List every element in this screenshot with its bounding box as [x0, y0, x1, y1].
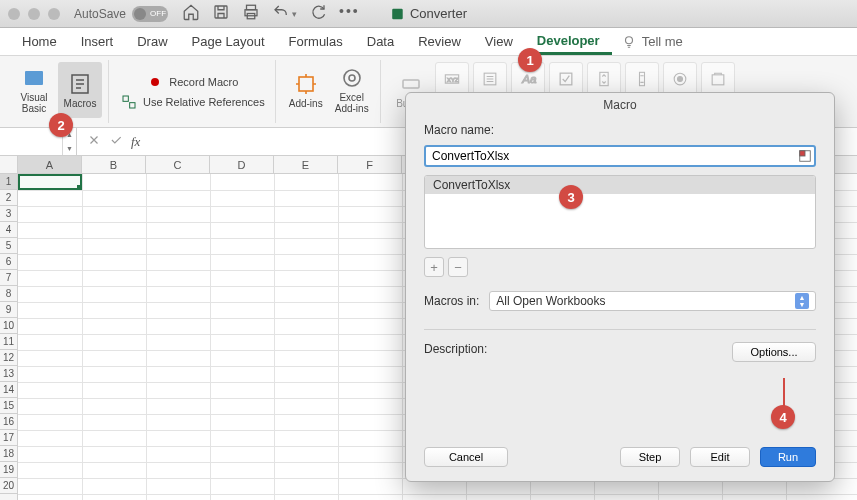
- undo-dropdown-icon[interactable]: ▾: [292, 9, 297, 19]
- radio-control-icon[interactable]: [663, 62, 697, 96]
- cancel-button[interactable]: Cancel: [424, 447, 508, 467]
- excel-addins-label: Excel Add-ins: [330, 92, 374, 114]
- row-header[interactable]: 5: [0, 238, 17, 254]
- col-header-f[interactable]: F: [338, 156, 402, 173]
- col-header-b[interactable]: B: [82, 156, 146, 173]
- row-header[interactable]: 7: [0, 270, 17, 286]
- row-header[interactable]: 13: [0, 366, 17, 382]
- ribbon-tabs: Home Insert Draw Page Layout Formulas Da…: [0, 28, 857, 56]
- svg-rect-0: [215, 6, 227, 18]
- cell-reference-icon[interactable]: [798, 149, 812, 163]
- tab-draw[interactable]: Draw: [125, 30, 179, 53]
- titlebar: AutoSave OFF ▾ ••• Converter: [0, 0, 857, 28]
- addins-button[interactable]: Add-ins: [284, 62, 328, 118]
- window-controls[interactable]: [8, 8, 60, 20]
- select-all-corner[interactable]: [0, 156, 18, 174]
- row-header[interactable]: 4: [0, 222, 17, 238]
- autosave-toggle[interactable]: OFF: [132, 6, 168, 22]
- checkbox-control-icon[interactable]: [549, 62, 583, 96]
- add-macro-button[interactable]: +: [424, 257, 444, 277]
- listbox-control-icon[interactable]: [473, 62, 507, 96]
- svg-rect-19: [560, 73, 572, 85]
- tab-data[interactable]: Data: [355, 30, 406, 53]
- row-header[interactable]: 11: [0, 334, 17, 350]
- svg-point-5: [625, 36, 632, 43]
- tell-me-search[interactable]: Tell me: [622, 34, 683, 49]
- col-header-e[interactable]: E: [274, 156, 338, 173]
- autosave-control[interactable]: AutoSave OFF: [74, 6, 168, 22]
- run-button[interactable]: Run: [760, 447, 816, 467]
- more-icon[interactable]: •••: [339, 3, 360, 25]
- macros-label: Macros: [64, 98, 97, 109]
- col-header-c[interactable]: C: [146, 156, 210, 173]
- callout-4: 4: [771, 405, 795, 429]
- macro-list[interactable]: ConvertToXlsx: [424, 175, 816, 249]
- row-header[interactable]: 1: [0, 174, 17, 190]
- excel-addins-button[interactable]: Excel Add-ins: [330, 62, 374, 118]
- row-header[interactable]: 6: [0, 254, 17, 270]
- macro-name-input[interactable]: [424, 145, 816, 167]
- scrollbar-control-icon[interactable]: [625, 62, 659, 96]
- record-macro-button[interactable]: Record Macro: [143, 72, 242, 92]
- svg-rect-26: [800, 151, 805, 156]
- row-header[interactable]: 16: [0, 414, 17, 430]
- tab-home[interactable]: Home: [10, 30, 69, 53]
- row-header[interactable]: 12: [0, 350, 17, 366]
- row-header[interactable]: 19: [0, 462, 17, 478]
- dialog-title: Macro: [406, 93, 834, 117]
- edit-button[interactable]: Edit: [690, 447, 750, 467]
- groupbox-control-icon[interactable]: [701, 62, 735, 96]
- visual-basic-button[interactable]: Visual Basic: [12, 62, 56, 118]
- tab-page-layout[interactable]: Page Layout: [180, 30, 277, 53]
- options-button[interactable]: Options...: [732, 342, 816, 362]
- spinner-control-icon[interactable]: [587, 62, 621, 96]
- fx-icon[interactable]: fx: [131, 134, 140, 150]
- svg-rect-6: [25, 71, 43, 85]
- row-header[interactable]: 10: [0, 318, 17, 334]
- tab-insert[interactable]: Insert: [69, 30, 126, 53]
- minimize-window-icon[interactable]: [28, 8, 40, 20]
- row-header[interactable]: 2: [0, 190, 17, 206]
- row-header[interactable]: 8: [0, 286, 17, 302]
- row-header[interactable]: 20: [0, 478, 17, 494]
- col-header-a[interactable]: A: [18, 156, 82, 173]
- row-headers[interactable]: 1 2 3 4 5 6 7 8 9 10 11 12 13 14 15 16 1…: [0, 174, 18, 500]
- macros-in-label: Macros in:: [424, 294, 479, 308]
- row-header[interactable]: 15: [0, 398, 17, 414]
- close-window-icon[interactable]: [8, 8, 20, 20]
- tab-view[interactable]: View: [473, 30, 525, 53]
- tab-review[interactable]: Review: [406, 30, 473, 53]
- home-icon[interactable]: [182, 3, 200, 25]
- row-header[interactable]: 17: [0, 430, 17, 446]
- svg-rect-11: [299, 77, 313, 91]
- step-button[interactable]: Step: [620, 447, 680, 467]
- tab-formulas[interactable]: Formulas: [277, 30, 355, 53]
- cancel-formula-icon[interactable]: [87, 133, 101, 151]
- accept-formula-icon[interactable]: [109, 133, 123, 151]
- use-relative-button[interactable]: Use Relative References: [117, 92, 269, 112]
- ribbon-group-macro-options: Record Macro Use Relative References: [111, 60, 276, 123]
- macro-list-item[interactable]: ConvertToXlsx: [425, 176, 815, 194]
- selected-cell-a1[interactable]: [18, 174, 82, 190]
- print-icon[interactable]: [242, 3, 260, 25]
- remove-macro-button[interactable]: −: [448, 257, 468, 277]
- col-header-d[interactable]: D: [210, 156, 274, 173]
- spinner-down-icon[interactable]: ▼: [63, 142, 76, 156]
- row-header[interactable]: 14: [0, 382, 17, 398]
- macros-in-value: All Open Workbooks: [496, 294, 605, 308]
- row-header[interactable]: 18: [0, 446, 17, 462]
- macros-in-select[interactable]: All Open Workbooks ▲▼: [489, 291, 816, 311]
- dialog-footer: Cancel Step Edit Run: [406, 437, 834, 481]
- undo-icon[interactable]: [272, 3, 290, 25]
- combobox-control-icon[interactable]: XYZ: [435, 62, 469, 96]
- description-label: Description:: [424, 342, 487, 356]
- addins-label: Add-ins: [289, 98, 323, 109]
- redo-icon[interactable]: [309, 3, 327, 25]
- macros-button[interactable]: Macros: [58, 62, 102, 118]
- macro-dialog: Macro Macro name: ConvertToXlsx + − Macr…: [405, 92, 835, 482]
- row-header[interactable]: 3: [0, 206, 17, 222]
- svg-rect-14: [403, 80, 419, 88]
- save-icon[interactable]: [212, 3, 230, 25]
- row-header[interactable]: 9: [0, 302, 17, 318]
- maximize-window-icon[interactable]: [48, 8, 60, 20]
